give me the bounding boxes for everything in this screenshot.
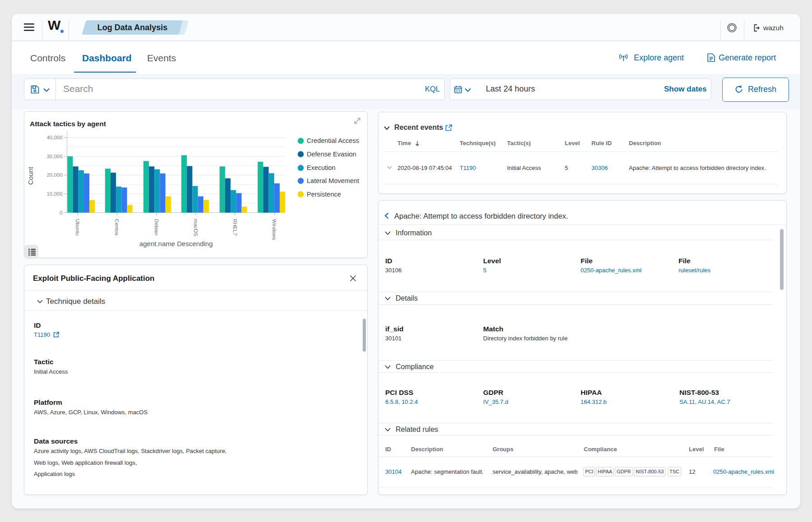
svg-text:Ubuntu: Ubuntu: [75, 219, 80, 236]
svg-text:Windows: Windows: [272, 219, 277, 240]
svg-text:Execution: Execution: [307, 164, 336, 171]
svg-text:Credential Access: Credential Access: [307, 137, 359, 144]
svg-text:Centos: Centos: [114, 219, 120, 236]
svg-text:Count: Count: [27, 166, 34, 185]
svg-text:Lateral Movement: Lateral Movement: [307, 177, 359, 184]
svg-text:0: 0: [60, 210, 62, 215]
svg-text:20,000: 20,000: [46, 172, 62, 178]
svg-text:macOS: macOS: [193, 219, 198, 237]
svg-text:Debian: Debian: [154, 219, 159, 235]
svg-text:30,000: 30,000: [46, 154, 62, 159]
svg-text:40,000: 40,000: [46, 135, 62, 140]
svg-text:10,000: 10,000: [46, 191, 62, 197]
svg-text:Persistence: Persistence: [307, 191, 341, 198]
svg-text:Defense Evasion: Defense Evasion: [307, 151, 356, 158]
svg-text:agent.name Descending: agent.name Descending: [139, 240, 213, 247]
svg-text:RHEL7: RHEL7: [232, 219, 238, 236]
